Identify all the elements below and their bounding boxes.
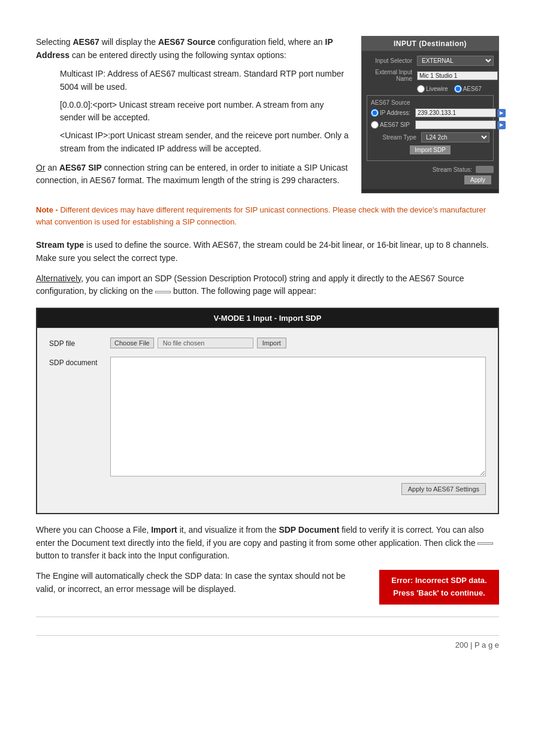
aes67-radio[interactable] xyxy=(454,85,462,93)
ip-address-radio[interactable] xyxy=(371,109,379,117)
or-underline: Or xyxy=(36,163,46,172)
aes67sip-radio[interactable] xyxy=(371,121,379,129)
stream-type-text: is used to define the source. With AES67… xyxy=(36,240,489,263)
sdp-doc-bold: SDP Document xyxy=(279,525,339,535)
intro-text: Selecting xyxy=(36,37,72,47)
ip-address-label-text: IP Address: xyxy=(380,110,410,116)
external-input-label: External Input Name xyxy=(367,69,415,82)
bottom-section: Where you can Choose a File, Import it, … xyxy=(36,524,499,605)
error-line1: Error: Incorrect SDP data. xyxy=(388,575,491,587)
ip-address-icon: ▶ xyxy=(497,109,506,117)
panel-body: Input Selector EXTERNAL External Input N… xyxy=(362,51,498,189)
apply-button[interactable]: Apply xyxy=(464,175,491,184)
choose-file-button[interactable]: Choose File xyxy=(110,338,154,348)
page-footer: 200 | P a g e xyxy=(36,635,499,649)
aes67sip-icon: ▶ xyxy=(497,121,506,129)
intro-cont: will display the xyxy=(99,37,158,47)
sdp-document-textarea[interactable] xyxy=(110,357,486,476)
aes67sip-input-group: ▶ xyxy=(415,120,506,129)
error-box: Error: Incorrect SDP data. Press 'Back' … xyxy=(379,570,499,605)
ip-address-input-group: ▶ xyxy=(415,108,506,117)
ip-address-input[interactable] xyxy=(415,108,496,117)
input-selector-select[interactable]: EXTERNAL xyxy=(417,56,494,66)
aes67-bold: AES67 xyxy=(72,37,99,47)
livewire-aes67-radio-group: Livewire AES67 xyxy=(417,85,494,93)
stream-type-paragraph: Stream type is used to define the source… xyxy=(36,239,499,265)
top-section: Selecting AES67 will display the AES67 S… xyxy=(36,36,499,193)
stream-type-bold: Stream type xyxy=(36,240,84,250)
alternatively-text2: button. The following page will appear: xyxy=(171,286,316,296)
aes67sip-bold: AES67 SIP xyxy=(59,163,102,172)
top-text-block: Selecting AES67 will display the AES67 S… xyxy=(36,36,349,193)
input-selector-label: Input Selector xyxy=(367,57,415,64)
ip-address-radio-label[interactable]: IP Address: xyxy=(371,109,413,117)
stream-status-row: Stream Status: xyxy=(367,166,494,173)
sdp-apply-button[interactable]: Apply to AES67 Settings xyxy=(401,483,486,495)
input-destination-panel: INPUT (Destination) Input Selector EXTER… xyxy=(361,36,499,193)
note-body: Different devices may have different req… xyxy=(36,205,486,226)
sdp-body: SDP file Choose File No file chosen Impo… xyxy=(37,328,498,513)
intro-paragraph: Selecting AES67 will display the AES67 S… xyxy=(36,36,349,62)
stream-type-select[interactable]: L24 2ch xyxy=(421,132,489,142)
alternatively-paragraph: Alternatively, you can import an SDP (Se… xyxy=(36,272,499,298)
aes67sip-radio-label[interactable]: AES67 SIP xyxy=(371,121,413,129)
sdp-file-controls: Choose File No file chosen Import xyxy=(110,338,286,348)
external-input-field[interactable] xyxy=(417,71,498,80)
config-text: configuration field, where an xyxy=(216,37,325,47)
livewire-radio[interactable] xyxy=(417,85,425,93)
error-line2: Press 'Back' to continue. xyxy=(388,587,491,600)
apply-btn-placeholder xyxy=(477,542,493,545)
or-cont: an xyxy=(46,163,59,172)
bottom-text2: it, and visualize it from the xyxy=(177,525,279,535)
footer-divider xyxy=(36,617,499,617)
stream-type-row: Stream Type L24 2ch xyxy=(371,132,489,142)
aes67-source-box: AES67 Source IP Address: ▶ xyxy=(367,95,494,161)
bottom-text1: Where you can Choose a File, xyxy=(36,525,151,535)
aes67sip-label-text: AES67 SIP xyxy=(380,122,410,128)
bullet2: [0.0.0.0]:<port> Unicast stream receive … xyxy=(60,99,349,125)
bottom-text4: button to transfer it back into the Inpu… xyxy=(36,551,229,560)
import-sdp-button[interactable]: Import SDP xyxy=(410,145,451,154)
or-paragraph: Or an AES67 SIP connection string can be… xyxy=(36,162,349,187)
no-file-chosen-text: No file chosen xyxy=(158,338,253,348)
sdp-header: V-MODE 1 Input - Import SDP xyxy=(37,309,498,328)
stream-status-indicator xyxy=(476,166,494,173)
bullet1: Multicast IP: Address of AES67 multicast… xyxy=(60,68,349,93)
sdp-document-label: SDP document xyxy=(49,357,103,367)
sdp-document-area: Apply to AES67 Settings xyxy=(110,357,486,495)
aes67-radio-label[interactable]: AES67 xyxy=(454,85,482,93)
sdp-import-screenshot: V-MODE 1 Input - Import SDP SDP file Cho… xyxy=(36,308,499,514)
main-content: Selecting AES67 will display the AES67 S… xyxy=(36,36,499,649)
bullet3: <Unicast IP>:port Unicast stream sender,… xyxy=(60,129,349,155)
input-selector-row: Input Selector EXTERNAL xyxy=(367,56,494,66)
import-sdp-btn-placeholder xyxy=(155,291,171,293)
sdp-file-row: SDP file Choose File No file chosen Impo… xyxy=(49,338,486,348)
note-prefix: Note - xyxy=(36,205,58,214)
stream-type-label: Stream Type xyxy=(371,134,419,141)
engine-check-paragraph: The Engine will automatically check the … xyxy=(36,570,362,596)
sdp-file-label: SDP file xyxy=(49,338,103,348)
aes67-source-title: AES67 Source xyxy=(371,99,489,106)
note-text: Note - Different devices may have differ… xyxy=(36,204,499,228)
source-bold: AES67 Source xyxy=(158,37,216,47)
config-cont: can be entered directly using the follow… xyxy=(69,50,286,60)
alternatively-underline: Alternatively xyxy=(36,274,81,283)
sdp-import-button[interactable]: Import xyxy=(257,338,286,348)
livewire-radio-label[interactable]: Livewire xyxy=(417,85,448,93)
page-number: 200 | P a g e xyxy=(455,640,499,649)
import-bold: Import xyxy=(151,525,177,535)
stream-status-label: Stream Status: xyxy=(433,166,472,173)
aes67-label-text: AES67 xyxy=(463,86,482,92)
aes67sip-input[interactable] xyxy=(415,120,496,129)
note-box: Note - Different devices may have differ… xyxy=(36,203,499,229)
livewire-label-text: Livewire xyxy=(426,86,448,92)
external-input-row: External Input Name xyxy=(367,69,494,82)
panel-title: INPUT (Destination) xyxy=(362,37,498,51)
aes67sip-row: AES67 SIP ▶ xyxy=(371,120,489,129)
ip-address-row: IP Address: ▶ xyxy=(371,108,489,117)
bottom-last-row: The Engine will automatically check the … xyxy=(36,570,499,605)
sdp-document-row: SDP document Apply to AES67 Settings xyxy=(49,357,486,495)
bottom-paragraph: Where you can Choose a File, Import it, … xyxy=(36,524,499,563)
